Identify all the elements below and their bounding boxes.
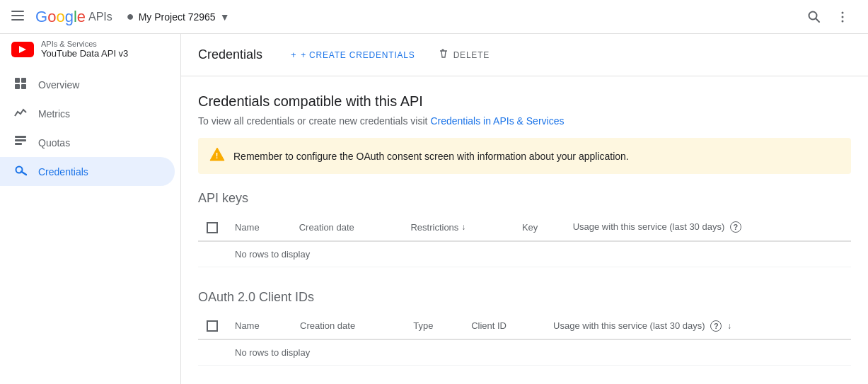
api-keys-table-header-row: Name Creation date Restrictions ↓ Key Us… — [198, 214, 851, 241]
api-keys-usage-help-icon[interactable]: ? — [730, 221, 741, 233]
create-credentials-label: + CREATE CREDENTIALS — [301, 50, 415, 60]
svg-line-16 — [21, 172, 26, 175]
oauth-table: Name Creation date Type Client ID Usage … — [198, 313, 851, 366]
delete-label: DELETE — [453, 50, 490, 60]
page-header: Credentials + + CREATE CREDENTIALS DELET… — [181, 34, 868, 76]
oauth-usage-help-icon[interactable]: ? — [710, 320, 722, 332]
restrictions-sort[interactable]: Restrictions ↓ — [410, 222, 505, 233]
sidebar-service-label: APIs & Services — [41, 40, 128, 48]
project-name: My Project 72965 — [139, 11, 216, 23]
content-area: Credentials + + CREATE CREDENTIALS DELET… — [181, 34, 868, 384]
oauth-section: OAuth 2.0 Client IDs Name Creation date … — [198, 290, 851, 366]
page-title: Credentials — [198, 47, 262, 62]
sidebar-navigation: Overview Metrics Quotas — [0, 70, 180, 186]
sidebar: APIs & Services YouTube Data API v3 Over… — [0, 34, 181, 384]
oauth-name-col: Name — [226, 313, 291, 340]
api-keys-no-rows-row: No rows to display — [198, 241, 851, 267]
quotas-icon — [14, 135, 27, 150]
oauth-usage-col: Usage with this service (last 30 days) ?… — [545, 313, 851, 340]
apis-text: APIs — [88, 11, 112, 23]
warning-banner: ! Remember to configure the OAuth consen… — [198, 138, 851, 174]
api-keys-section: API keys Name Creation date Restrictions — [198, 191, 851, 267]
oauth-type-col: Type — [405, 313, 463, 340]
oauth-usage-sort-icon[interactable]: ↓ — [727, 321, 731, 331]
svg-rect-13 — [15, 139, 26, 141]
section-description: To view all credentials or create new cr… — [198, 115, 851, 127]
svg-rect-8 — [15, 78, 20, 83]
sidebar-api-name: APIs & Services YouTube Data API v3 — [41, 40, 128, 59]
oauth-title: OAuth 2.0 Client IDs — [198, 290, 851, 305]
api-keys-select-all-checkbox[interactable] — [207, 222, 218, 233]
oauth-client-id-col: Client ID — [463, 313, 545, 340]
svg-point-7 — [842, 20, 844, 22]
svg-rect-0 — [11, 11, 24, 12]
api-keys-title: API keys — [198, 191, 851, 206]
svg-rect-1 — [11, 15, 24, 16]
restrictions-label: Restrictions — [410, 222, 458, 233]
create-credentials-button[interactable]: + + CREATE CREDENTIALS — [285, 45, 421, 64]
main-section-title: Credentials compatible with this API — [198, 93, 851, 110]
svg-rect-11 — [21, 84, 26, 89]
sidebar-item-overview-label: Overview — [38, 79, 79, 91]
sidebar-item-metrics[interactable]: Metrics — [0, 99, 175, 128]
credentials-link[interactable]: Credentials in APIs & Services — [430, 115, 564, 127]
oauth-select-all-checkbox[interactable] — [207, 320, 218, 332]
svg-rect-12 — [15, 136, 26, 138]
svg-point-5 — [842, 11, 844, 13]
api-keys-name-col: Name — [226, 214, 291, 241]
warning-icon: ! — [209, 146, 225, 165]
oauth-no-rows-row: No rows to display — [198, 339, 851, 366]
svg-rect-2 — [11, 19, 24, 21]
svg-line-4 — [816, 18, 820, 22]
sidebar-item-credentials[interactable]: Credentials — [0, 157, 175, 186]
more-options-icon[interactable] — [828, 3, 857, 31]
delete-button[interactable]: DELETE — [432, 44, 495, 66]
sidebar-api-title: YouTube Data API v3 — [41, 48, 128, 59]
sidebar-item-overview[interactable]: Overview — [0, 70, 175, 99]
top-navigation: Google APIs ● My Project 72965 ▼ — [0, 0, 868, 34]
api-keys-table: Name Creation date Restrictions ↓ Key Us… — [198, 214, 851, 267]
content-body: Credentials compatible with this API To … — [181, 76, 868, 384]
desc-text: To view all credentials or create new cr… — [198, 115, 430, 127]
search-button[interactable] — [800, 3, 828, 31]
create-plus-icon: + — [291, 50, 296, 60]
api-keys-creation-col: Creation date — [291, 214, 403, 241]
youtube-logo — [11, 42, 34, 57]
sidebar-item-metrics-label: Metrics — [38, 108, 70, 120]
sidebar-app-header: APIs & Services YouTube Data API v3 — [0, 34, 180, 64]
metrics-icon — [14, 106, 27, 121]
oauth-no-rows: No rows to display — [226, 339, 851, 366]
api-keys-checkbox-col — [198, 214, 226, 241]
warning-message: Remember to configure the OAuth consent … — [233, 151, 629, 162]
oauth-table-header-row: Name Creation date Type Client ID Usage … — [198, 313, 851, 340]
restrictions-sort-icon: ↓ — [461, 222, 465, 232]
api-keys-key-col: Key — [514, 214, 565, 241]
oauth-creation-col: Creation date — [291, 313, 405, 340]
project-dot-icon: ● — [127, 9, 134, 24]
svg-rect-14 — [15, 143, 22, 145]
hamburger-icon[interactable] — [11, 9, 24, 24]
api-keys-restrictions-col[interactable]: Restrictions ↓ — [402, 214, 514, 241]
api-keys-no-rows: No rows to display — [226, 241, 851, 267]
credentials-icon — [14, 164, 27, 179]
svg-text:!: ! — [216, 151, 219, 160]
svg-point-6 — [842, 16, 844, 18]
oauth-checkbox-col — [198, 313, 226, 340]
sidebar-item-quotas-label: Quotas — [38, 137, 70, 149]
sidebar-item-quotas[interactable]: Quotas — [0, 128, 175, 157]
sidebar-item-credentials-label: Credentials — [38, 166, 88, 178]
svg-rect-10 — [15, 84, 20, 89]
oauth-usage-label: Usage with this service (last 30 days) — [553, 320, 705, 331]
main-layout: APIs & Services YouTube Data API v3 Over… — [0, 34, 868, 384]
overview-icon — [14, 77, 27, 92]
api-keys-usage-col: Usage with this service (last 30 days) ? — [565, 214, 851, 241]
api-keys-usage-label: Usage with this service (last 30 days) — [573, 221, 725, 232]
google-logo: Google — [35, 8, 86, 26]
svg-rect-9 — [21, 78, 26, 83]
delete-trash-icon — [438, 48, 449, 62]
project-dropdown-icon: ▼ — [220, 11, 230, 23]
project-selector[interactable]: ● My Project 72965 ▼ — [127, 9, 230, 24]
